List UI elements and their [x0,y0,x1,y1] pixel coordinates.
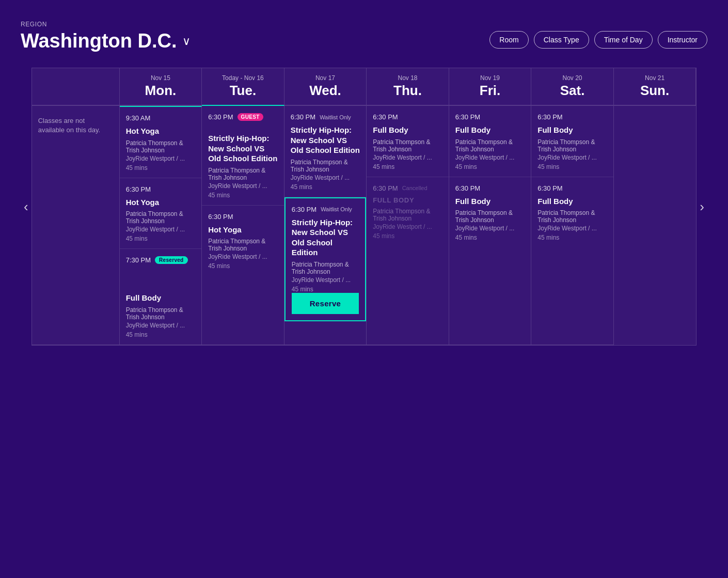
wed-cell: 6:30 PM GUEST Strictly Hip-Hop: New Scho… [202,106,284,345]
sat-date: Nov 20 [536,74,608,82]
thu-slot1-waitlist-badge: Waitlist Only [320,114,351,120]
tue-slot1-name: Hot Yoga [126,126,196,136]
sun-date: Nov 21 [619,74,691,82]
filter-room-button[interactable]: Room [489,31,528,49]
day-header-fri: Nov 19 Fri. [449,68,532,106]
fri-slot2-name: FULL BODY [373,196,442,205]
calendar-grid: Nov 15 Mon. Today - Nov 16 Tue. Nov 17 W… [31,68,697,346]
nav-prev[interactable]: ‹ [21,68,31,346]
thu-slot1-time: 6:30 PM [291,113,315,121]
sat-slot1-time: 6:30 PM [455,113,480,121]
tue-slot1-time-row: 9:30 AM [126,114,196,122]
sun-slot1-card[interactable]: 6:30 PM Full Body Patricia Thompson & Tr… [531,106,613,177]
thu-slot1-time-row: 6:30 PM Waitlist Only [291,113,360,121]
thu-slot2-card[interactable]: 6:30 PM Waitlist Only Strictly Hip-Hop: … [284,197,367,321]
sun-slot2-duration: 45 mins [537,234,607,241]
sun-slot2-studio: JoyRide Westport / ... [537,225,607,232]
wed-slot2-time: 6:30 PM [208,213,233,221]
wed-slot2-time-row: 6:30 PM [208,213,278,221]
fri-cell: 6:30 PM Full Body Patricia Thompson & Tr… [367,106,449,345]
sun-slot1-instructor: Patricia Thompson & Trish Johnson [537,138,607,153]
sun-slot2-time: 6:30 PM [537,184,562,192]
fri-slot1-studio: JoyRide Westport / ... [373,154,442,161]
thu-slot1-instructor: Patricia Thompson & Trish Johnson [291,159,360,173]
sun-slot1-time-row: 6:30 PM [537,113,607,121]
tue-slot1-studio: JoyRide Westport / ... [126,155,196,162]
mon-empty-cell: Classes are not available on this day. [32,106,120,345]
fri-slot1-time-row: 6:30 PM [373,113,442,121]
fri-slot2-time-row: 6:30 PM Cancelled [373,184,442,192]
thu-slot2-waitlist-badge: Waitlist Only [321,206,352,212]
thu-slot1-duration: 45 mins [291,183,360,191]
sun-slot2-instructor: Patricia Thompson & Trish Johnson [537,209,607,224]
thu-slot2-studio: JoyRide Westport / ... [292,276,359,284]
fri-date: Nov 19 [454,74,526,82]
sat-cell: 6:30 PM Full Body Patricia Thompson & Tr… [449,106,532,345]
sat-slot2-name: Full Body [455,196,525,207]
day-header-wed: Nov 17 Wed. [284,68,367,106]
wed-date: Nov 17 [290,74,361,82]
wed-slot1-time: 6:30 PM [208,113,233,121]
filter-class-type-button[interactable]: Class Type [534,31,589,49]
reserve-button[interactable]: Reserve [292,293,359,314]
sun-cell: 6:30 PM Full Body Patricia Thompson & Tr… [531,106,614,345]
sat-slot2-time: 6:30 PM [455,184,480,192]
wed-slot1-instructor: Patricia Thompson & Trish Johnson [208,167,278,181]
thu-slot2-instructor: Patricia Thompson & Trish Johnson [292,261,359,275]
tue-slot1-duration: 45 mins [126,164,196,171]
chevron-down-icon[interactable]: ∨ [182,35,191,48]
sat-slot1-name: Full Body [455,125,525,135]
sun-slot2-time-row: 6:30 PM [537,184,607,192]
sat-slot1-duration: 45 mins [455,163,525,170]
thu-slot2-name: Strictly Hip-Hop: New School VS Old Scho… [292,217,359,258]
tue-slot3-duration: 45 mins [126,331,196,338]
tue-slot3-studio: JoyRide Westport / ... [126,322,196,329]
tue-slot2-card[interactable]: 6:30 PM Hot Yoga Patricia Thompson & Tri… [120,178,202,249]
sat-name: Sat. [536,83,608,99]
tue-slot1-card[interactable]: 9:30 AM Hot Yoga Patricia Thompson & Tri… [120,107,202,178]
sun-slot1-time: 6:30 PM [537,113,562,121]
wed-slot2-studio: JoyRide Westport / ... [208,253,278,260]
sat-slot2-instructor: Patricia Thompson & Trish Johnson [455,209,525,224]
tue-slot2-studio: JoyRide Westport / ... [126,226,196,233]
tue-cell: 9:30 AM Hot Yoga Patricia Thompson & Tri… [120,106,202,345]
day-header-thu: Nov 18 Thu. [367,68,449,106]
thu-date: Nov 18 [372,74,444,82]
sat-slot1-card[interactable]: 6:30 PM Full Body Patricia Thompson & Tr… [449,106,531,177]
thu-slot1-name: Strictly Hip-Hop: New School VS Old Scho… [291,125,360,155]
next-arrow-button[interactable]: › [700,200,704,213]
thu-slot2-duration: 45 mins [292,286,359,293]
prev-arrow-button[interactable]: ‹ [24,200,28,213]
tue-slot3-name: Full Body [126,293,196,303]
sun-slot2-card[interactable]: 6:30 PM Full Body Patricia Thompson & Tr… [531,177,613,248]
tue-date: Today - Nov 16 [207,74,279,82]
tue-slot3-reserved-badge: Reserved [155,256,187,264]
wed-slot2-duration: 45 mins [208,262,278,270]
thu-slot1-card[interactable]: 6:30 PM Waitlist Only Strictly Hip-Hop: … [284,106,367,197]
thu-slot2-time-row: 6:30 PM Waitlist Only [292,206,359,213]
wed-slot2-card[interactable]: 6:30 PM Hot Yoga Patricia Thompson & Tri… [202,206,284,276]
mon-date: Nov 15 [125,74,197,82]
sun-slot1-duration: 45 mins [537,163,607,170]
sat-slot1-studio: JoyRide Westport / ... [455,154,525,161]
nav-next[interactable]: › [697,68,707,346]
region-label: REGION [21,21,191,28]
wed-slot2-name: Hot Yoga [208,225,278,235]
sat-slot2-card[interactable]: 6:30 PM Full Body Patricia Thompson & Tr… [449,177,531,248]
wed-slot1-card[interactable]: 6:30 PM GUEST Strictly Hip-Hop: New Scho… [202,106,284,206]
tue-slot3-card[interactable]: 7:30 PM Reserved Full Body Patricia Thom… [120,249,202,345]
fri-slot2-instructor: Patricia Thompson & Trish Johnson [373,208,442,222]
tue-slot3-time: 7:30 PM [126,256,151,264]
filter-instructor-button[interactable]: Instructor [658,31,707,49]
wed-slot1-guest-badge: GUEST [238,113,263,121]
wed-slot1-name: Strictly Hip-Hop: New School VS Old Scho… [208,133,278,164]
wed-slot1-time-row: 6:30 PM GUEST [208,113,278,121]
wed-slot2-instructor: Patricia Thompson & Trish Johnson [208,238,278,252]
fri-slot1-duration: 45 mins [373,163,442,170]
sat-slot2-studio: JoyRide Westport / ... [455,225,525,232]
day-header-sun: Nov 21 Sun. [614,68,697,106]
region-name: Washington D.C. [21,30,177,52]
filter-time-of-day-button[interactable]: Time of Day [594,31,653,49]
no-classes-text: Classes are not available on this day. [38,116,113,135]
fri-slot1-card[interactable]: 6:30 PM Full Body Patricia Thompson & Tr… [367,106,449,177]
